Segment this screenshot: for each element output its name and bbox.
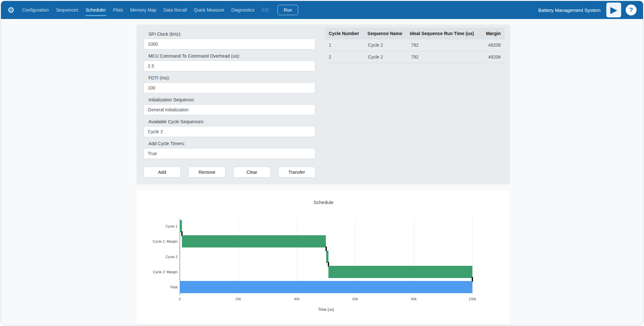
chart-bar-cycle-1-margin (182, 235, 326, 247)
cycle-table: Cycle NumberSequence NameIdeal Sequence … (325, 28, 505, 63)
chart-xlabel: Time (us) (180, 307, 472, 312)
table-cell: 792 (411, 54, 488, 60)
nav-item-configuration[interactable]: Configuration (18, 1, 52, 19)
settings-gear-icon[interactable]: ⚙ (7, 6, 14, 14)
x-tick-label: 100k (469, 297, 476, 301)
y-tick-label-total: Total (170, 285, 177, 289)
top-navbar: ⚙ ConfigurationSequencesSchedulerPlotsMe… (1, 1, 643, 19)
nav-item-eis[interactable]: EIS (258, 1, 273, 19)
form-field-available-cycle-sequences: Available Cycle Sequences: (144, 119, 315, 137)
table-header-margin: Margin (486, 31, 501, 36)
clear-button[interactable]: Clear (233, 167, 270, 178)
chart-plot-area: 020k40k60k80k100kCycle 1Cycle 1: MarginC… (180, 219, 472, 295)
scheduler-config-panel: SPI Clock (kHz):MCU Command To Command O… (137, 24, 510, 184)
main-nav: ConfigurationSequencesSchedulerPlotsMemo… (18, 1, 272, 19)
nav-item-sequences[interactable]: Sequences (52, 1, 82, 19)
field-label-available-cycle-sequences: Available Cycle Sequences: (148, 119, 315, 124)
play-button[interactable]: ▶ (606, 3, 621, 17)
y-tick-label-cycle-1: Cycle 1 (166, 224, 177, 228)
add-button[interactable]: Add (144, 167, 181, 178)
y-tick-label-cycle-1-margin: Cycle 1: Margin (153, 239, 177, 243)
field-label-initialization-sequence: Initialization Sequence: (148, 97, 315, 102)
remove-button[interactable]: Remove (188, 167, 225, 178)
chart-bar-cycle-2 (326, 251, 328, 263)
x-tick-label: 40k (294, 297, 300, 301)
table-header-sequence-name: Sequence Name (367, 31, 410, 36)
help-button[interactable]: ? (626, 5, 637, 15)
field-input-available-cycle-sequences[interactable] (144, 126, 315, 137)
table-cell: Cycle 2 (368, 42, 411, 48)
table-cell: 792 (411, 42, 488, 48)
run-button[interactable]: Run (278, 5, 298, 15)
form-field-mcu-command-to-command-overhead-us: MCU Command To Command Overhead (us): (144, 53, 315, 71)
form-field-fdti-ms: FDTI (ms): (144, 75, 315, 93)
play-icon: ▶ (610, 5, 617, 14)
form-field-initialization-sequence: Initialization Sequence: (144, 97, 315, 115)
nav-item-plots[interactable]: Plots (109, 1, 127, 19)
table-row[interactable]: 1Cycle 279249208 (325, 39, 505, 51)
schedule-chart-card: Schedule 020k40k60k80k100kCycle 1Cycle 1… (137, 190, 510, 324)
nav-item-memory-map[interactable]: Memory Map (127, 1, 160, 19)
table-cell: 2 (329, 54, 368, 60)
table-cell: 49208 (488, 54, 501, 60)
chart-bar-cycle-2-margin (328, 266, 472, 278)
field-label-add-cycle-timers: Add Cycle Timers: (148, 141, 315, 146)
question-icon: ? (629, 6, 633, 14)
field-input-mcu-command-to-command-overhead-us[interactable] (144, 61, 315, 71)
form-field-add-cycle-timers: Add Cycle Timers: (144, 141, 315, 159)
field-input-initialization-sequence[interactable] (144, 104, 315, 115)
nav-item-scheduler[interactable]: Scheduler (82, 1, 109, 19)
x-tick-label: 80k (411, 297, 417, 301)
field-input-add-cycle-timers[interactable] (144, 148, 315, 159)
chart-bar-cycle-1 (180, 220, 182, 232)
x-tick-label: 20k (235, 297, 241, 301)
field-label-mcu-command-to-command-overhead-us: MCU Command To Command Overhead (us): (148, 53, 315, 59)
app-title: Battery Management System (538, 7, 601, 13)
table-row[interactable]: 2Cycle 279249208 (325, 51, 505, 63)
nav-item-data-recall[interactable]: Data Recall (160, 1, 190, 19)
chart-title: Schedule (137, 200, 510, 205)
cycle-table-body: 1Cycle 2792492082Cycle 279249208 (325, 39, 505, 63)
gridline (472, 219, 473, 295)
table-cell: 49208 (488, 42, 501, 48)
field-input-fdti-ms[interactable] (144, 82, 315, 93)
field-label-spi-clock-khz: SPI Clock (kHz): (148, 32, 315, 37)
table-cell: 1 (329, 42, 368, 48)
y-tick-label-cycle-2: Cycle 2 (166, 255, 177, 259)
nav-item-diagnostics[interactable]: Diagnostics (228, 1, 258, 19)
form-field-spi-clock-khz: SPI Clock (kHz): (144, 32, 315, 50)
form-button-row: AddRemoveClearTransfer (144, 167, 315, 178)
table-header-cycle-number: Cycle Number (329, 31, 367, 36)
cycle-table-header: Cycle NumberSequence NameIdeal Sequence … (325, 28, 505, 39)
field-input-spi-clock-khz[interactable] (144, 39, 315, 50)
transfer-button[interactable]: Transfer (278, 167, 315, 178)
nav-item-quick-measure[interactable]: Quick Measure (190, 1, 228, 19)
chart-bar-total (180, 281, 472, 293)
x-tick-label: 0 (179, 297, 181, 301)
field-label-fdti-ms: FDTI (ms): (148, 75, 315, 80)
y-tick-label-cycle-2-margin: Cycle 2: Margin (153, 270, 177, 274)
x-tick-label: 60k (353, 297, 358, 301)
app-window: ⚙ ConfigurationSequencesSchedulerPlotsMe… (1, 1, 643, 325)
scheduler-form: SPI Clock (kHz):MCU Command To Command O… (144, 28, 315, 178)
table-header-ideal-sequence-run-time-us: Ideal Sequence Run Time (us) (410, 31, 486, 36)
table-cell: Cycle 2 (368, 54, 411, 60)
